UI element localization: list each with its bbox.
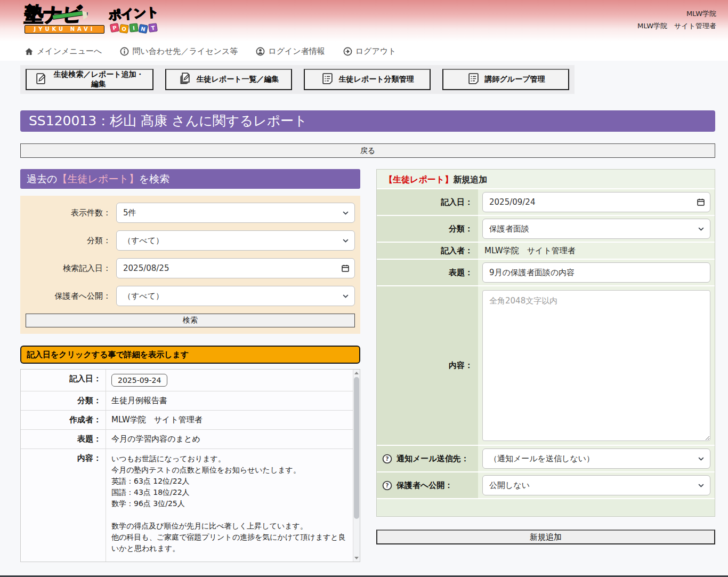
home-icon (25, 47, 34, 56)
scroll-up-icon[interactable] (353, 370, 360, 376)
new-subject-label: 表題： (377, 260, 478, 286)
detail-content-value: いつもお世話になっております。 今月の塾内テストの点数と順位をお知らせいたします… (106, 449, 353, 562)
new-report-column: 【生徒レポート】新規追加 記入日： 分類： 保護者面談 (376, 169, 715, 544)
new-author-label: 記入者： (377, 243, 478, 260)
publish-filter-label: 保護者へ公開： (26, 291, 111, 301)
search-button[interactable]: 検索 (26, 314, 355, 327)
logo-point-kana: ポイント (108, 4, 159, 23)
question-icon[interactable]: ? (382, 454, 392, 464)
new-date-label: 記入日： (377, 189, 478, 216)
new-subject-input[interactable] (482, 262, 710, 283)
form-row-publish: ? 保護者へ公開： 公開しない (377, 472, 715, 499)
new-mail-label: 通知メール送信先： (397, 454, 469, 464)
nav-main-menu[interactable]: メインメニューへ (25, 46, 102, 57)
nav-label: ログアウト (355, 46, 397, 57)
toolbar: 生徒検索／レポート追加・編集 生徒レポート一覧／編集 生徒レポート分類管理 講師… (20, 65, 575, 94)
new-date-input[interactable] (482, 192, 710, 212)
new-author-value: MLW学院 サイト管理者 (478, 243, 715, 260)
student-search-report-edit-button[interactable]: 生徒検索／レポート追加・編集 (26, 69, 153, 90)
scroll-down-icon[interactable] (353, 555, 360, 562)
form-row-category: 分類： 保護者面談 (377, 216, 715, 243)
new-content-textarea[interactable] (482, 290, 710, 441)
add-new-report-button[interactable]: 新規追加 (376, 530, 715, 544)
new-report-title: 【生徒レポート】新規追加 (377, 170, 715, 189)
detail-content-label: 内容： (21, 449, 106, 562)
table-row: 内容： いつもお世話になっております。 今月の塾内テストの点数と順位をお知らせい… (21, 448, 353, 562)
report-category-manage-button[interactable]: 生徒レポート分類管理 (304, 69, 431, 90)
nav-logout[interactable]: ログアウト (343, 46, 397, 57)
new-publish-label: 保護者へ公開： (397, 480, 452, 491)
detail-date-button[interactable]: 2025-09-24 (111, 374, 167, 387)
back-button[interactable]: 戻る (20, 143, 715, 158)
table-row: 記入日： 2025-09-24 (21, 370, 353, 391)
detail-subject-value: 今月の学習内容のまとめ (106, 430, 353, 448)
new-category-select[interactable]: 保護者面談 (482, 219, 710, 239)
table-row: 作成者： MLW学院 サイト管理者 (21, 410, 353, 429)
nav-login-user-info[interactable]: ログイン者情報 (256, 46, 325, 57)
form-row-date: 記入日： (377, 189, 715, 216)
logout-icon (343, 47, 352, 56)
new-mail-select[interactable]: （通知メールを送信しない） (482, 448, 710, 469)
new-publish-select[interactable]: 公開しない (482, 475, 710, 495)
scrollbar-thumb[interactable] (354, 377, 359, 519)
detail-table-scrollbar[interactable] (353, 370, 360, 562)
teacher-group-manage-button[interactable]: 講師グループ管理 (442, 69, 569, 90)
school-name: MLW学院 (637, 7, 716, 20)
panel-footer-spacer (377, 499, 715, 516)
search-panel-title: 過去の【生徒レポート】を検索 (20, 169, 360, 189)
category-filter-select[interactable]: （すべて） (116, 230, 355, 251)
detail-category-label: 分類： (21, 391, 106, 410)
app-logo[interactable]: 塾ナビTM JYUKU NAVI ポイント P O I N T (25, 4, 147, 37)
form-row-subject: 表題： (377, 260, 715, 286)
report-list-edit-icon (179, 72, 192, 87)
nav-bar: メインメニューへ 問い合わせ先／ライセンス等 ログイン者情報 ログアウト (0, 42, 728, 61)
point-tile: O (119, 24, 129, 34)
publish-filter-select[interactable]: （すべて） (116, 286, 355, 306)
new-report-title-suffix: 新規追加 (453, 174, 487, 185)
detail-author-label: 作成者： (21, 411, 106, 429)
toolbar-button-label: 生徒検索／レポート追加・編集 (52, 70, 145, 89)
svg-text:?: ? (386, 482, 389, 488)
category-list-icon (321, 72, 334, 87)
new-content-label: 内容： (377, 286, 478, 446)
form-row-content: 内容： (377, 286, 715, 446)
new-category-label: 分類： (377, 216, 478, 243)
search-title-suffix: を検索 (139, 173, 169, 185)
user-icon (256, 47, 265, 56)
display-count-select[interactable]: 5件 (116, 203, 355, 223)
question-icon[interactable]: ? (382, 480, 392, 491)
search-date-label: 検索記入日： (26, 263, 111, 274)
nav-label: メインメニューへ (37, 46, 102, 57)
search-form: 表示件数： 5件 分類： （すべて） 検索記入日： (20, 196, 360, 334)
table-row: 分類： 生徒月例報告書 (21, 391, 353, 410)
table-row: 表題： 今月の学習内容のまとめ (21, 429, 353, 448)
info-icon (120, 47, 129, 56)
toolbar-button-label: 生徒レポート分類管理 (339, 75, 414, 84)
form-row-mail: ? 通知メール送信先： （通知メールを送信しない） (377, 446, 715, 472)
page-title: SS120013：杉山 髙康 さんに関するレポート (20, 110, 715, 132)
group-list-icon (467, 72, 480, 87)
logo-point-tiles: P O I N T (109, 23, 159, 32)
nav-label: 問い合わせ先／ライセンス等 (132, 46, 238, 57)
search-date-input[interactable] (116, 258, 355, 278)
detail-author-value: MLW学院 サイト管理者 (106, 411, 353, 429)
toolbar-button-label: 講師グループ管理 (485, 75, 545, 84)
toolbar-button-label: 生徒レポート一覧／編集 (197, 75, 279, 84)
point-tile: N (138, 24, 148, 34)
user-name: MLW学院 サイト管理者 (637, 20, 716, 32)
nav-contact-license[interactable]: 問い合わせ先／ライセンス等 (120, 46, 238, 57)
report-detail-table: 記入日： 2025-09-24 分類： 生徒月例報告書 作成者： MLW学院 サ… (20, 369, 360, 562)
top-header: 塾ナビTM JYUKU NAVI ポイント P O I N T MLW学院 ML… (0, 0, 728, 42)
detail-category-value: 生徒月例報告書 (106, 391, 353, 410)
form-row-author: 記入者： MLW学院 サイト管理者 (377, 243, 715, 260)
display-count-label: 表示件数： (26, 208, 111, 218)
new-report-title-highlight: 【生徒レポート】 (384, 174, 453, 185)
svg-text:?: ? (386, 455, 389, 462)
point-tile: I (129, 23, 139, 33)
past-report-column: 過去の【生徒レポート】を検索 表示件数： 5件 分類： （すべて） 検索記入日： (20, 169, 360, 562)
category-filter-label: 分類： (26, 236, 111, 246)
logo-jyuku: 塾 (24, 3, 44, 25)
main-content: 過去の【生徒レポート】を検索 表示件数： 5件 分類： （すべて） 検索記入日： (20, 169, 708, 562)
point-tile: P (110, 23, 120, 33)
student-report-list-edit-button[interactable]: 生徒レポート一覧／編集 (165, 69, 292, 90)
